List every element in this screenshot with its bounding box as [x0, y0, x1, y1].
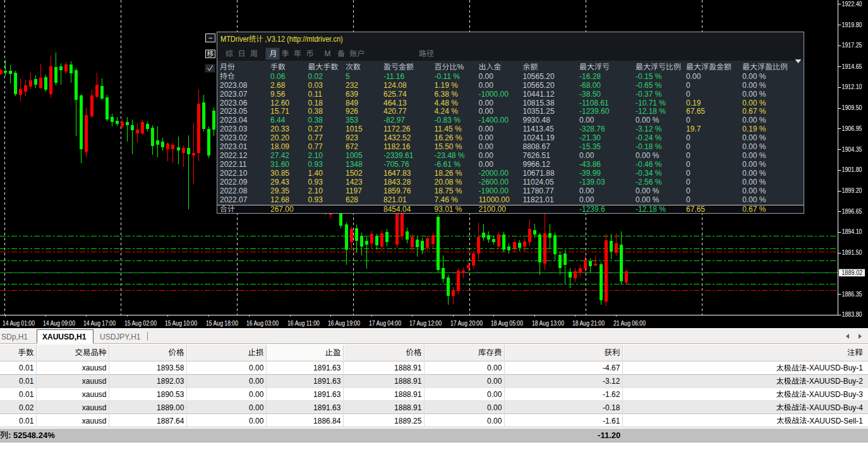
svg-text:0.06: 0.06 — [270, 72, 286, 81]
svg-text:xauusd: xauusd — [82, 390, 107, 399]
svg-text:1892.03: 1892.03 — [157, 377, 184, 386]
svg-text:-3.12: -3.12 — [603, 377, 620, 386]
svg-text:12.60: 12.60 — [270, 99, 289, 107]
svg-text:-10.71 %: -10.71 % — [636, 99, 666, 107]
svg-text:-XAUUSD-Buy-3: -XAUUSD-Buy-3 — [807, 390, 864, 399]
svg-text:-0.15 %: -0.15 % — [636, 72, 662, 81]
svg-text:6.44: 6.44 — [270, 116, 286, 125]
svg-text:-16.28: -16.28 — [579, 72, 601, 81]
svg-text:0.38: 0.38 — [308, 107, 323, 116]
svg-text:0.02: 0.02 — [19, 403, 34, 412]
svg-text:,V3.12 (http://mtdriver.cn): ,V3.12 (http://mtdriver.cn) — [263, 34, 343, 43]
svg-text:628: 628 — [346, 195, 358, 204]
svg-text:0: 0 — [686, 151, 690, 160]
svg-text:10815.38: 10815.38 — [523, 99, 555, 107]
svg-text:0: 0 — [686, 133, 690, 142]
svg-text:1922.40: 1922.40 — [842, 0, 862, 8]
svg-text:0.38: 0.38 — [308, 116, 323, 125]
svg-text:-38.50: -38.50 — [579, 90, 601, 99]
svg-text:0.02: 0.02 — [308, 72, 323, 81]
svg-text:0: 0 — [686, 142, 690, 151]
svg-text:0.00: 0.00 — [487, 363, 502, 372]
svg-text:15.71: 15.71 — [270, 107, 289, 116]
svg-text:1348: 1348 — [346, 160, 363, 169]
svg-text:2022.10: 2022.10 — [220, 169, 248, 178]
svg-text:-82.97: -82.97 — [383, 116, 405, 125]
svg-text:2022.11: 2022.11 — [220, 160, 247, 169]
svg-text:20.20: 20.20 — [270, 133, 289, 142]
svg-text:2023.05: 2023.05 — [220, 107, 248, 116]
svg-text:0.00: 0.00 — [579, 116, 594, 125]
svg-text:0.00: 0.00 — [249, 363, 264, 372]
svg-text:1859.76: 1859.76 — [383, 186, 411, 195]
svg-text:-2339.61: -2339.61 — [383, 151, 414, 160]
svg-text:672: 672 — [346, 142, 358, 151]
svg-text:11.45 %: 11.45 % — [435, 125, 462, 133]
svg-text:SDp,H1: SDp,H1 — [1, 333, 28, 341]
svg-text:0: 0 — [686, 90, 690, 99]
svg-text:0.00: 0.00 — [249, 390, 264, 399]
svg-text:0.00 %: 0.00 % — [742, 160, 766, 169]
svg-text:0.00: 0.00 — [479, 99, 494, 107]
svg-text:17 Aug 12:00: 17 Aug 12:00 — [409, 319, 442, 327]
svg-text:-XAUUSD-Buy-4: -XAUUSD-Buy-4 — [807, 403, 864, 412]
svg-text:0.00: 0.00 — [479, 125, 494, 133]
svg-text:1896.65: 1896.65 — [842, 207, 862, 215]
svg-text:0.00: 0.00 — [579, 195, 594, 204]
svg-text:0.00 %: 0.00 % — [742, 186, 766, 195]
svg-text:0.19 %: 0.19 % — [742, 125, 766, 133]
svg-text:0.00: 0.00 — [487, 403, 502, 412]
svg-text:15 Aug 10:00: 15 Aug 10:00 — [165, 319, 197, 327]
svg-text:821.01: 821.01 — [383, 195, 407, 204]
svg-text:-6.61 %: -6.61 % — [435, 160, 461, 169]
svg-text:-1239.6: -1239.6 — [579, 205, 605, 214]
svg-text:XAUUSD,H1: XAUUSD,H1 — [42, 333, 87, 341]
svg-text:0.00: 0.00 — [249, 377, 264, 386]
svg-text:1182.16: 1182.16 — [383, 142, 411, 151]
svg-text:1005: 1005 — [346, 151, 363, 160]
svg-text:4.48 %: 4.48 % — [435, 99, 459, 107]
svg-text:0.00: 0.00 — [479, 81, 494, 90]
svg-text:0.11: 0.11 — [308, 90, 323, 99]
svg-text:1906.95: 1906.95 — [842, 125, 862, 132]
svg-text:15 Aug 02:00: 15 Aug 02:00 — [124, 319, 157, 327]
svg-text:-2000.00: -2000.00 — [479, 169, 509, 178]
svg-text:15 Aug 18:00: 15 Aug 18:00 — [206, 319, 238, 327]
svg-text:1887.64: 1887.64 — [157, 417, 184, 425]
svg-text:923: 923 — [346, 133, 358, 142]
svg-text:2022.07: 2022.07 — [220, 195, 248, 204]
svg-text:0.00 %: 0.00 % — [742, 81, 766, 90]
svg-text:−: − — [208, 34, 213, 42]
svg-text:1904.35: 1904.35 — [842, 145, 862, 153]
svg-text:849: 849 — [346, 99, 358, 107]
svg-text:0.00 %: 0.00 % — [742, 116, 766, 125]
svg-text:0.01: 0.01 — [19, 363, 34, 372]
svg-text:0.93: 0.93 — [308, 195, 323, 204]
svg-text:14 Aug 17:00: 14 Aug 17:00 — [83, 319, 116, 327]
svg-text:16 Aug 19:00: 16 Aug 19:00 — [328, 319, 360, 327]
svg-text:18 Aug 13:00: 18 Aug 13:00 — [532, 319, 564, 327]
svg-text:-15.35: -15.35 — [579, 142, 601, 151]
svg-text:0.01: 0.01 — [19, 377, 34, 386]
svg-text:0.67 %: 0.67 % — [742, 107, 766, 116]
svg-text:124.08: 124.08 — [383, 81, 407, 90]
svg-text:16.26 %: 16.26 % — [435, 133, 462, 142]
svg-text:-1000.00: -1000.00 — [479, 90, 509, 99]
svg-text:11024.05: 11024.05 — [523, 178, 554, 186]
svg-text:12.68: 12.68 — [270, 195, 289, 204]
svg-text:2023.04: 2023.04 — [220, 116, 248, 125]
svg-text:18.09: 18.09 — [270, 142, 289, 151]
svg-text:0.00 %: 0.00 % — [742, 72, 766, 81]
svg-text:1891.63: 1891.63 — [313, 403, 341, 412]
svg-text:0: 0 — [686, 169, 690, 178]
svg-text:15.50 %: 15.50 % — [435, 142, 462, 151]
svg-text:1889.25: 1889.25 — [394, 417, 422, 425]
svg-text:267.00: 267.00 — [270, 205, 294, 214]
svg-text:7.46 %: 7.46 % — [435, 195, 459, 204]
svg-text:0.00 %: 0.00 % — [742, 99, 766, 107]
svg-text:: 52548.24%: : 52548.24% — [8, 431, 55, 440]
svg-text:10565.20: 10565.20 — [523, 81, 555, 90]
svg-text:-XAUUSD-Sell-1: -XAUUSD-Sell-1 — [807, 417, 863, 425]
svg-text:18 Aug 05:00: 18 Aug 05:00 — [491, 319, 523, 327]
svg-text:2023.06: 2023.06 — [220, 99, 248, 107]
